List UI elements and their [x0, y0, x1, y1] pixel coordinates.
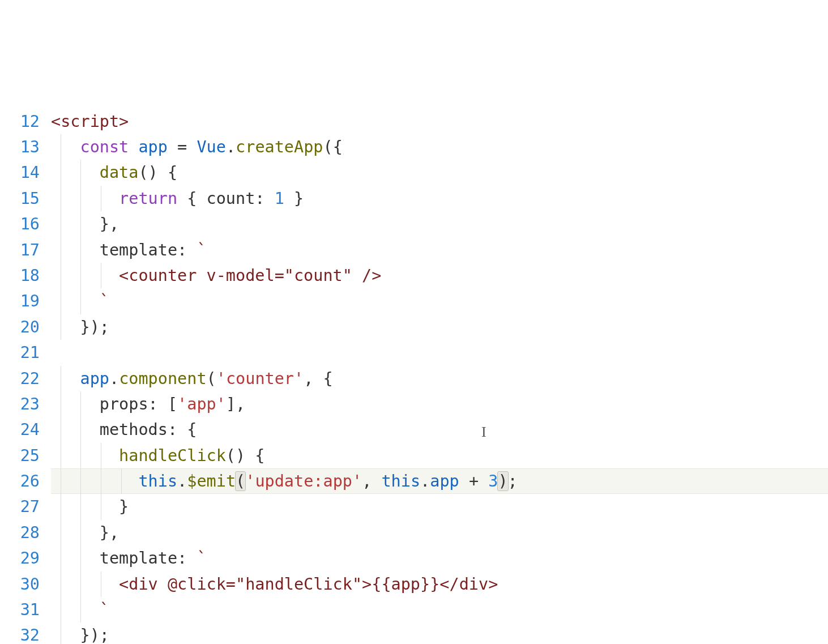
line-number: 15: [0, 186, 40, 211]
code-line[interactable]: <div @click="handleClick">{{app}}</div>: [51, 572, 828, 597]
line-number: 28: [0, 520, 40, 545]
code-token: ],: [226, 395, 245, 413]
code-token: 3: [488, 472, 498, 491]
code-line[interactable]: `: [51, 597, 828, 622]
code-token: [51, 446, 119, 465]
code-token: , {: [304, 369, 332, 388]
line-number: 24: [0, 417, 40, 442]
code-token: <div @click="handleClick">{{app}}</div>: [51, 575, 498, 594]
code-token: count: [207, 189, 255, 208]
code-line[interactable]: methods: {I: [51, 417, 828, 442]
code-token: methods: [100, 420, 168, 439]
code-token: () {: [138, 163, 177, 182]
code-token: template: [100, 241, 177, 259]
code-line[interactable]: <counter v-model="count" />: [51, 263, 828, 288]
code-line[interactable]: <script>: [51, 109, 828, 134]
code-token: : [: [148, 395, 177, 413]
code-token: [129, 138, 138, 156]
code-token: :: [177, 549, 197, 568]
line-number: 21: [0, 340, 40, 365]
code-token: :: [177, 241, 197, 259]
line-number: 22: [0, 366, 40, 391]
line-number: 13: [0, 134, 40, 160]
code-token: ;: [508, 472, 518, 491]
code-token: :: [255, 189, 274, 208]
code-line[interactable]: app.component('counter', {: [51, 366, 828, 391]
line-number: 17: [0, 237, 40, 263]
code-token: app: [138, 138, 167, 156]
code-token: [51, 189, 119, 208]
line-number: 20: [0, 314, 40, 340]
code-token: [51, 395, 100, 413]
code-token: [51, 163, 100, 182]
code-line[interactable]: props: ['app'],: [51, 391, 828, 417]
line-number: 23: [0, 391, 40, 417]
code-line[interactable]: data() {: [51, 160, 828, 185]
code-token: }: [51, 497, 129, 516]
code-token: template: [100, 549, 177, 568]
code-token: <script>: [51, 112, 129, 131]
code-token: [51, 420, 100, 439]
code-token: app: [430, 472, 459, 491]
code-line[interactable]: },: [51, 211, 828, 237]
line-number: 12: [0, 109, 40, 134]
line-number: 19: [0, 288, 40, 314]
line-number: 29: [0, 545, 40, 571]
code-token: Vue: [197, 138, 225, 156]
code-token: .: [420, 472, 430, 491]
code-token: {: [177, 189, 206, 208]
code-token: handleClick: [119, 446, 226, 465]
code-token: [51, 369, 80, 388]
code-token: createApp: [236, 138, 323, 156]
code-token: props: [100, 395, 148, 413]
code-token: },: [51, 215, 119, 233]
code-line[interactable]: template: `: [51, 545, 828, 571]
code-token: `: [197, 241, 206, 259]
code-token: 'counter': [216, 369, 304, 388]
code-token: =: [168, 138, 197, 156]
line-number: 26: [0, 468, 40, 494]
code-editor[interactable]: 1213141516171819202122232425262728293031…: [0, 103, 828, 644]
code-token: +: [459, 472, 488, 491]
code-token: data: [100, 163, 139, 182]
code-line[interactable]: template: `: [51, 237, 828, 263]
line-number-gutter: 1213141516171819202122232425262728293031…: [0, 103, 51, 644]
code-token: 'update:app': [245, 472, 362, 491]
code-line[interactable]: });: [51, 622, 828, 644]
code-token: },: [51, 523, 119, 542]
code-token: const: [80, 138, 129, 156]
line-number: 32: [0, 622, 40, 644]
code-token: component: [119, 369, 206, 388]
code-line[interactable]: }: [51, 494, 828, 519]
code-token: () {: [226, 446, 265, 465]
code-line[interactable]: this.$emit('update:app', this.app + 3);: [51, 468, 828, 494]
code-line[interactable]: const app = Vue.createApp({: [51, 134, 828, 160]
code-line[interactable]: return { count: 1 }: [51, 186, 828, 211]
code-area[interactable]: <script> const app = Vue.createApp({ dat…: [51, 103, 828, 644]
code-line[interactable]: },: [51, 520, 828, 545]
code-line[interactable]: [51, 340, 828, 365]
code-token: [51, 241, 100, 259]
line-number: 16: [0, 211, 40, 237]
code-token: }: [284, 189, 304, 208]
code-line[interactable]: handleClick() {: [51, 443, 828, 468]
code-token: return: [119, 189, 177, 208]
code-token: .: [177, 472, 187, 491]
code-token: .: [109, 369, 119, 388]
line-number: 14: [0, 160, 40, 185]
code-line[interactable]: });: [51, 314, 828, 340]
code-token: (: [236, 472, 245, 491]
code-line[interactable]: `: [51, 288, 828, 314]
code-token: [51, 138, 80, 156]
code-token: app: [80, 369, 109, 388]
line-number: 27: [0, 494, 40, 519]
code-token: [51, 549, 100, 568]
code-token: : {: [168, 420, 197, 439]
text-cursor-icon: I: [481, 419, 486, 445]
code-token: });: [51, 626, 109, 644]
code-token: `: [197, 549, 206, 568]
code-token: $emit: [187, 472, 236, 491]
code-token: 'app': [177, 395, 226, 413]
line-number: 30: [0, 572, 40, 597]
code-token: ,: [362, 472, 381, 491]
